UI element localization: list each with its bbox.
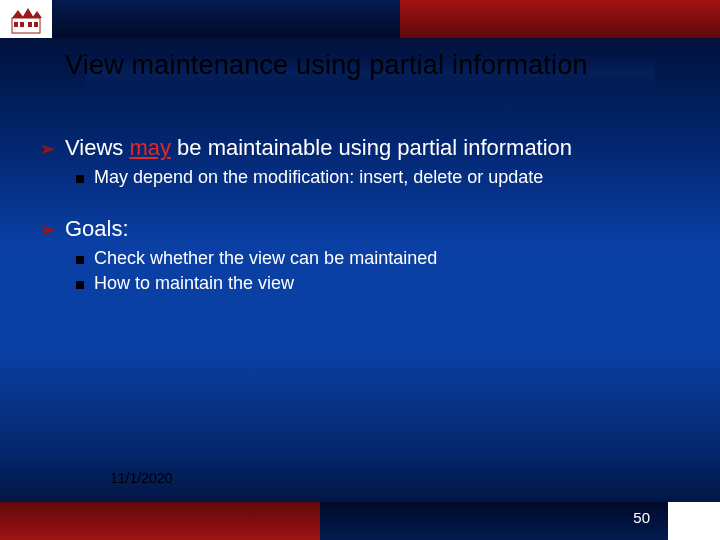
title-area: View maintenance using partial informati… [65, 50, 700, 100]
date: 11/1/2020 [110, 470, 172, 486]
top-bar-dark [52, 0, 400, 38]
subbullet-row: How to maintain the view [76, 273, 680, 294]
bullet-2: ➢ Goals: Check whether the view can be m… [40, 216, 680, 294]
subbullet-text: Check whether the view can be maintained [94, 248, 437, 269]
svg-rect-1 [14, 22, 18, 27]
arrow-icon: ➢ [40, 138, 55, 160]
slide-title: View maintenance using partial informati… [65, 50, 700, 81]
subbullet-text: May depend on the modification: insert, … [94, 167, 543, 188]
top-bar-red [400, 0, 720, 38]
bullet-row: ➢ Views may be maintainable using partia… [40, 135, 680, 161]
svg-rect-2 [20, 22, 24, 27]
bullet-emph: may [129, 135, 171, 160]
bottom-bar [0, 502, 720, 540]
subbullet-row: May depend on the modification: insert, … [76, 167, 680, 188]
subbullet-row: Check whether the view can be maintained [76, 248, 680, 269]
page-number: 50 [633, 509, 650, 526]
svg-marker-5 [12, 10, 24, 18]
bottom-bar-red [0, 502, 320, 540]
bullet-1: ➢ Views may be maintainable using partia… [40, 135, 680, 188]
bullet-text: Goals: [65, 216, 129, 242]
subbullets-1: May depend on the modification: insert, … [76, 167, 680, 188]
square-icon [76, 256, 84, 264]
bullet-row: ➢ Goals: [40, 216, 680, 242]
logo-box [0, 0, 52, 38]
bullet-pre: Views [65, 135, 129, 160]
subbullets-2: Check whether the view can be maintained… [76, 248, 680, 294]
building-icon [8, 4, 44, 34]
bottom-bar-dark [320, 502, 668, 540]
square-icon [76, 281, 84, 289]
body: ➢ Views may be maintainable using partia… [40, 135, 680, 322]
svg-marker-6 [22, 8, 34, 18]
bottom-bar-white [668, 502, 720, 540]
square-icon [76, 175, 84, 183]
top-bar [0, 0, 720, 38]
svg-rect-4 [34, 22, 38, 27]
bullet-post: be maintainable using partial informatio… [171, 135, 572, 160]
subbullet-text: How to maintain the view [94, 273, 294, 294]
bullet-text: Views may be maintainable using partial … [65, 135, 572, 161]
arrow-icon: ➢ [40, 219, 55, 241]
svg-rect-3 [28, 22, 32, 27]
slide: View maintenance using partial informati… [0, 0, 720, 540]
svg-marker-7 [32, 11, 42, 18]
